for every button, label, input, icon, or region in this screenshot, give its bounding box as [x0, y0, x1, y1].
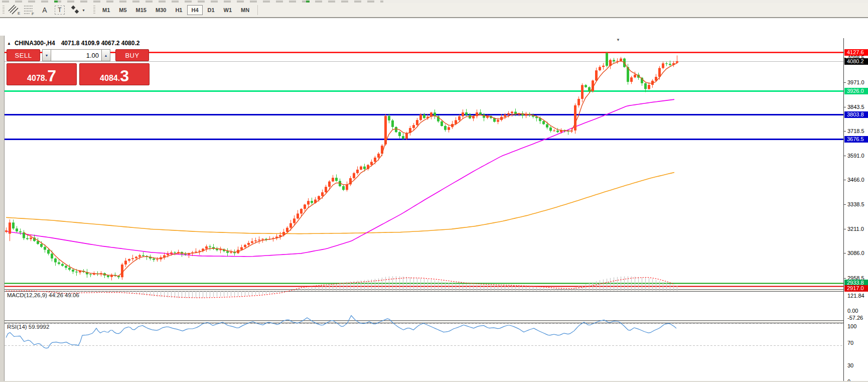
indicator-scale-label: 70 — [847, 340, 853, 346]
price-tick-mark — [844, 180, 846, 180]
arrows-icon — [70, 5, 81, 16]
trading-terminal: E F A T ▾ M1M5M15M30H1H4D1W1MN — [0, 0, 868, 382]
tf-button-h1[interactable]: H1 — [171, 5, 186, 15]
price-tag-3676.5: 3676.5 — [844, 136, 868, 143]
arrows-tool-button[interactable]: ▾ — [68, 5, 86, 16]
text-label-icon: T — [55, 6, 64, 15]
sell-price-int: 4078 — [27, 73, 45, 83]
sell-price-display[interactable]: 4078.7 — [7, 63, 77, 85]
price-tick-label: 3211.0 — [847, 226, 864, 232]
tf-button-d1[interactable]: D1 — [204, 5, 219, 15]
rsi-indicator-label: RSI(14) 59.9992 — [7, 324, 49, 330]
volume-increase-button[interactable]: ▲ — [101, 49, 110, 61]
fibonacci-tool-button[interactable]: F — [23, 5, 36, 16]
price-tick-label: 3971.0 — [847, 79, 864, 85]
price-tick-mark — [844, 156, 846, 156]
chart-shift-marker-icon[interactable]: ▼ — [616, 38, 620, 42]
tf-button-m1[interactable]: M1 — [98, 5, 114, 15]
price-tick-mark — [844, 229, 846, 229]
indicator-scale-label: -57.26 — [847, 315, 863, 321]
timeframe-button-group: M1M5M15M30H1H4D1W1MN — [98, 5, 254, 15]
price-tick-mark — [844, 204, 846, 205]
buy-button[interactable]: BUY — [115, 49, 149, 61]
price-tag-2917.0: 2917.0 — [844, 285, 868, 292]
buy-price-display[interactable]: 4084.3 — [79, 63, 150, 85]
price-axis[interactable]: 4098.53971.03843.53718.53591.03466.03338… — [844, 38, 868, 382]
chart-title: ▲ CHINA300-,H4 4071.8 4109.9 4067.2 4080… — [7, 40, 139, 47]
price-tick-label: 3591.0 — [847, 153, 864, 159]
tf-button-w1[interactable]: W1 — [220, 5, 236, 15]
indicator-scale-label: 100 — [847, 323, 856, 329]
chart-window-left-edge — [0, 36, 5, 382]
price-tag-4080.2: 4080.2 — [844, 58, 868, 65]
equidistant-channel-tool-button[interactable]: E — [8, 5, 21, 16]
price-tick-mark — [844, 253, 846, 253]
toolbar-separator — [257, 5, 258, 15]
price-tag-3803.8: 3803.8 — [844, 111, 868, 118]
price-tick-label: 3843.5 — [847, 104, 864, 110]
chart-plot-area[interactable] — [5, 38, 844, 382]
text-tool-button[interactable]: A — [38, 5, 51, 16]
indicator-scale-label: 121.84 — [847, 293, 864, 299]
toolbar-stub-icons — [2, 1, 383, 3]
equidistant-channel-icon: E — [8, 5, 21, 16]
chart-window: ▲ CHINA300-,H4 4071.8 4109.9 4067.2 4080… — [0, 18, 868, 382]
sell-button[interactable]: SELL — [7, 49, 40, 61]
price-tick-mark — [844, 131, 846, 132]
toolbar-green-stub-icon — [306, 1, 310, 3]
macd-indicator-label: MACD(12,26,9) 44.26 49.06 — [7, 292, 79, 298]
chart-canvas[interactable] — [5, 38, 844, 382]
one-click-trading-panel: SELL ▼ ▲ BUY 4078.7 4084.3 — [7, 49, 150, 85]
tf-button-m15[interactable]: M15 — [132, 5, 151, 15]
price-tick-label: 3718.5 — [847, 128, 864, 134]
sell-price-pip: 7 — [47, 68, 56, 83]
tf-button-m30[interactable]: M30 — [152, 5, 170, 15]
price-tag-3926.0: 3926.0 — [844, 88, 868, 94]
volume-decrease-button[interactable]: ▼ — [42, 49, 51, 61]
chart-ohlc-label: 4071.8 4109.9 4067.2 4080.2 — [61, 40, 140, 47]
collapse-panel-icon[interactable]: ▲ — [7, 41, 11, 46]
buy-price-int: 4084 — [100, 73, 118, 83]
tf-button-h4[interactable]: H4 — [187, 5, 202, 15]
indicator-scale-label: 0.00 — [847, 308, 858, 314]
arrows-dropdown-caret-icon[interactable]: ▾ — [82, 8, 84, 13]
price-tick-mark — [844, 278, 846, 279]
text-label-tool-button[interactable]: T — [53, 5, 66, 16]
svg-text:F: F — [32, 12, 34, 16]
fibonacci-icon: F — [23, 5, 36, 16]
buy-price-pip: 3 — [120, 68, 129, 83]
toolbar-green-stub-icon — [54, 1, 58, 3]
indicator-scale-label: 30 — [847, 362, 853, 368]
svg-text:E: E — [18, 11, 20, 16]
volume-input[interactable] — [51, 49, 101, 61]
chart-symbol-label: CHINA300-,H4 — [15, 40, 55, 47]
volume-stepper: ▼ ▲ — [42, 49, 110, 61]
price-tag-4127.6: 4127.6 — [844, 49, 868, 56]
toolbar-drag-handle[interactable] — [93, 6, 95, 15]
price-tick-label: 3466.0 — [847, 177, 864, 183]
price-tick-label: 3338.5 — [847, 201, 864, 207]
price-tick-label: 3086.0 — [847, 250, 864, 256]
toolbar-drag-handle[interactable] — [3, 6, 5, 15]
price-tick-mark — [844, 82, 846, 83]
tf-button-m5[interactable]: M5 — [115, 5, 130, 15]
price-tick-mark — [844, 107, 846, 107]
tf-button-mn[interactable]: MN — [237, 5, 253, 15]
drawing-toolbar: E F A T ▾ M1M5M15M30H1H4D1W1MN — [0, 3, 868, 18]
